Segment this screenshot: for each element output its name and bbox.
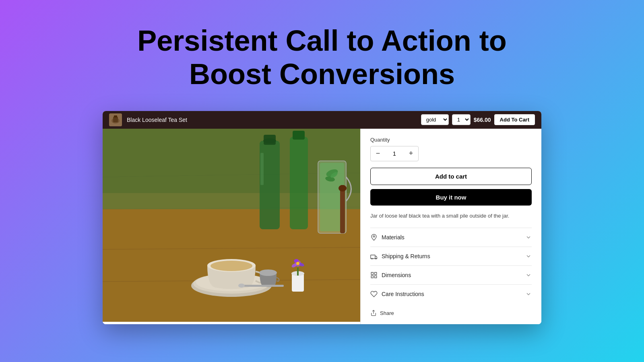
- sticky-bar: Black Looseleaf Tea Set gold silver blac…: [103, 111, 541, 129]
- browser-window: Black Looseleaf Tea Set gold silver blac…: [103, 111, 541, 325]
- quantity-value: 1: [385, 150, 404, 157]
- dimensions-chevron-icon: [525, 272, 532, 278]
- svg-point-30: [211, 261, 252, 271]
- quantity-control: − 1 +: [370, 146, 419, 161]
- materials-icon: [370, 234, 378, 241]
- svg-point-18: [293, 134, 304, 138]
- care-chevron-icon: [525, 291, 532, 297]
- color-select[interactable]: gold silver black: [421, 114, 449, 125]
- svg-point-42: [373, 236, 375, 237]
- shipping-label: Shipping & Returns: [382, 253, 430, 259]
- care-icon: [370, 290, 378, 298]
- product-description: Jar of loose leaf black tea with a small…: [370, 212, 532, 220]
- quantity-label: Quantity: [370, 137, 532, 143]
- svg-point-31: [259, 269, 277, 276]
- product-area: Quantity − 1 + Add to cart Buy it now Ja…: [103, 129, 541, 325]
- dimensions-label: Dimensions: [382, 272, 411, 278]
- accordion-dimensions[interactable]: Dimensions: [370, 265, 532, 284]
- accordion-shipping[interactable]: Shipping & Returns: [370, 247, 532, 265]
- svg-rect-32: [239, 285, 284, 287]
- svg-point-33: [238, 284, 245, 288]
- share-row[interactable]: Share: [370, 303, 532, 316]
- care-label: Care Instructions: [382, 291, 424, 297]
- materials-label: Materials: [382, 234, 405, 241]
- svg-rect-41: [297, 267, 299, 276]
- accordion-care[interactable]: Care Instructions: [370, 284, 532, 303]
- buy-now-button[interactable]: Buy it now: [370, 189, 532, 206]
- sticky-bar-controls: gold silver black 1 2 3 $66.00 Add To Ca…: [421, 114, 535, 125]
- svg-rect-2: [113, 117, 118, 122]
- svg-point-14: [263, 138, 276, 143]
- sticky-bar-thumbnail: [109, 113, 122, 126]
- page-headline: Persistent Call to Action to Boost Conve…: [137, 24, 506, 91]
- sticky-price: $66.00: [474, 117, 491, 123]
- materials-chevron-icon: [525, 234, 532, 241]
- sticky-bar-title: Black Looseleaf Tea Set: [127, 117, 416, 123]
- quantity-select[interactable]: 1 2 3: [452, 114, 471, 125]
- quantity-increase-button[interactable]: +: [404, 146, 418, 161]
- share-icon: [370, 310, 377, 316]
- dimensions-icon: [370, 272, 378, 279]
- product-info-panel: Quantity − 1 + Add to cart Buy it now Ja…: [360, 129, 541, 325]
- svg-rect-15: [260, 153, 264, 185]
- sticky-add-to-cart-button[interactable]: Add To Cart: [494, 114, 535, 125]
- shipping-icon: [370, 253, 378, 260]
- product-image: [103, 129, 360, 322]
- svg-rect-16: [290, 137, 308, 229]
- svg-rect-43: [371, 255, 375, 259]
- svg-point-25: [339, 185, 347, 191]
- quantity-decrease-button[interactable]: −: [371, 146, 385, 161]
- share-label: Share: [380, 310, 394, 316]
- svg-point-40: [296, 262, 299, 265]
- svg-rect-24: [340, 185, 345, 233]
- add-to-cart-button[interactable]: Add to cart: [370, 168, 532, 185]
- shipping-chevron-icon: [525, 253, 532, 259]
- svg-rect-3: [114, 115, 117, 117]
- accordion-materials[interactable]: Materials: [370, 228, 532, 247]
- svg-rect-34: [292, 274, 304, 292]
- product-image-container: [103, 129, 360, 325]
